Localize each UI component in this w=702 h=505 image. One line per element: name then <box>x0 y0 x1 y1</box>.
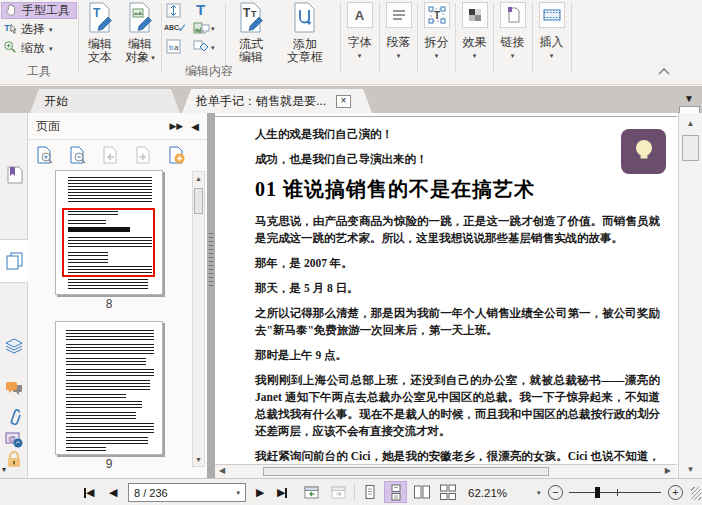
previous-page-button[interactable]: ◀ <box>109 479 117 505</box>
shapes-icon <box>193 40 210 55</box>
hand-tool-button[interactable]: 手型工具 <box>1 2 77 19</box>
panel-splitter[interactable] <box>207 113 215 478</box>
thumbnail-text-block <box>66 330 154 340</box>
pdf-page[interactable]: 人生的戏是我们自己演的！ 成功，也是我们自己导演出来的！ 01 谁说搞销售的不是… <box>215 116 677 464</box>
comments-panel-icon[interactable] <box>4 379 24 399</box>
thumbnail-text-block <box>68 279 148 289</box>
expand-panel-icon[interactable]: ▶▶ <box>169 121 183 131</box>
first-page-button[interactable]: ◀ <box>84 479 94 505</box>
single-page-view-button[interactable] <box>358 481 381 503</box>
scroll-down-icon[interactable]: ▼ <box>679 465 702 474</box>
split-button[interactable]: T 拆分 ▾ <box>418 2 455 74</box>
scrollbar-thumb[interactable] <box>682 135 699 161</box>
continuous-view-button[interactable] <box>384 481 407 503</box>
navigation-rail: @ ▾ <box>0 113 28 478</box>
tab-document[interactable]: 抢单手记：销售就是要... × <box>182 89 372 113</box>
document-view: 人生的戏是我们自己演的！ 成功，也是我们自己导演出来的！ 01 谁说搞销售的不是… <box>215 113 702 478</box>
rotate-right-page-button[interactable] <box>133 145 153 165</box>
last-page-button[interactable]: ▶ <box>277 479 287 505</box>
scroll-up-icon[interactable]: ▲ <box>679 119 702 128</box>
split-label: 拆分 <box>425 34 449 51</box>
previous-view-button[interactable] <box>303 479 321 505</box>
thumbnail-text-block <box>66 380 150 390</box>
scrollbar-thumb[interactable] <box>263 467 549 476</box>
callout-button[interactable]: ▾ <box>193 20 219 37</box>
add-page-button[interactable] <box>166 145 186 165</box>
signature-panel-icon[interactable]: @ <box>4 429 24 449</box>
page-thumbnail-8[interactable] <box>55 170 163 295</box>
rotate-left-page-button[interactable] <box>100 145 120 165</box>
document-vertical-scrollbar[interactable]: ▲ ▼ <box>678 113 702 478</box>
font-button[interactable]: A 字体 ▾ <box>341 2 378 74</box>
link-label: 链接 <box>501 34 525 51</box>
layers-panel-icon[interactable] <box>4 335 24 355</box>
scroll-down-icon[interactable]: ▼ <box>193 456 204 463</box>
pages-panel: 页面 ▶▶ ◀ <box>28 113 207 478</box>
translate-button[interactable]: ba <box>166 38 192 55</box>
attachments-panel-icon[interactable] <box>4 407 24 427</box>
document-horizontal-scrollbar[interactable]: ◀ ▶ <box>215 464 677 478</box>
dropdown-arrow-icon: ▾ <box>435 52 439 59</box>
image-callout-icon <box>193 21 210 36</box>
paragraph-button[interactable]: 段落 ▾ <box>380 2 417 74</box>
body-paragraph: 那天，是 5 月 8 日。 <box>255 280 660 297</box>
thumbnail-text-block <box>66 344 154 354</box>
thumbnails-scrollbar[interactable]: ▲ ▼ <box>192 171 205 467</box>
checkmark-icon: ✓ <box>177 21 187 35</box>
resize-grip[interactable] <box>691 487 701 500</box>
page-thumbnail-8-number: 8 <box>55 297 163 311</box>
close-tab-icon[interactable]: × <box>336 95 351 108</box>
shapes-button[interactable]: ▾ <box>193 39 219 56</box>
rail-more-arrow-icon[interactable]: ▾ <box>2 465 6 474</box>
body-paragraph: 我刚刚到上海公司总部上班，还没到自己的办公室，就被总裁秘书——漂亮的 Janet… <box>255 372 660 440</box>
scrollbar-thumb[interactable] <box>194 188 203 214</box>
page-thumbnail-9-number: 9 <box>55 457 163 471</box>
dropdown-arrow-icon: ▾ <box>550 52 554 59</box>
pages-panel-icon[interactable] <box>4 251 24 271</box>
current-view-indicator[interactable] <box>62 208 155 277</box>
lightbulb-tip-icon[interactable] <box>621 129 666 174</box>
zoom-out-button[interactable]: − <box>548 485 563 500</box>
insert-button[interactable]: 插入 ▾ <box>533 2 570 74</box>
dropdown-arrow-icon: ▾ <box>358 52 362 59</box>
spellcheck-button[interactable]: ABC ✓ <box>164 19 190 36</box>
scroll-right-icon[interactable]: ▶ <box>665 466 671 475</box>
next-view-button[interactable] <box>330 479 348 505</box>
collapse-panel-icon[interactable]: ◀ <box>191 121 199 132</box>
zoom-tool-button[interactable]: 缩放 ▾ <box>1 40 77 57</box>
zoom-slider[interactable] <box>569 479 661 505</box>
security-panel-icon[interactable] <box>4 449 24 469</box>
zoom-in-button[interactable]: + <box>668 485 683 500</box>
bookmarks-panel-icon[interactable] <box>4 165 24 185</box>
facing-view-button[interactable] <box>410 481 433 503</box>
zoom-level-value: 62.21% <box>468 479 507 505</box>
scroll-up-icon[interactable]: ▲ <box>193 175 204 182</box>
hand-tool-label: 手型工具 <box>22 2 70 19</box>
zoom-slider-track <box>569 492 661 493</box>
page-indicator-value: 8 / 236 <box>134 487 168 499</box>
edit-object-icon <box>126 2 154 38</box>
page-thumbnail-9[interactable] <box>55 321 163 455</box>
effects-button[interactable]: 效果 ▾ <box>456 2 493 74</box>
zoom-slider-thumb[interactable] <box>595 487 600 498</box>
enlarge-thumbnails-button[interactable] <box>34 145 54 165</box>
page-number-input[interactable]: 8 / 236 ▾ <box>128 483 246 502</box>
reduce-thumbnails-button[interactable] <box>67 145 87 165</box>
tab-start[interactable]: 开始 <box>30 89 180 113</box>
dropdown-arrow-icon: ▾ <box>511 52 515 59</box>
svg-text:T: T <box>434 10 440 21</box>
thumbnail-text-block <box>66 358 146 365</box>
magnifier-icon <box>3 40 17 57</box>
fit-text-button[interactable] <box>166 2 192 19</box>
collapse-ribbon-button[interactable] <box>657 66 671 76</box>
scroll-left-icon[interactable]: ◀ <box>219 466 225 475</box>
tab-list-dropdown-icon[interactable]: ▼ <box>684 93 694 104</box>
facing-continuous-view-button[interactable] <box>436 481 459 503</box>
select-tool-button[interactable]: T 选择 ▾ <box>1 21 77 38</box>
zoom-dropdown-icon[interactable]: ▾ <box>537 479 541 505</box>
zoom-slider-tick <box>617 489 618 496</box>
link-button[interactable]: 链接 ▾ <box>494 2 531 74</box>
hand-icon <box>4 2 18 19</box>
text-tool-button[interactable]: T <box>196 1 222 18</box>
next-page-button[interactable]: ▶ <box>256 479 264 505</box>
